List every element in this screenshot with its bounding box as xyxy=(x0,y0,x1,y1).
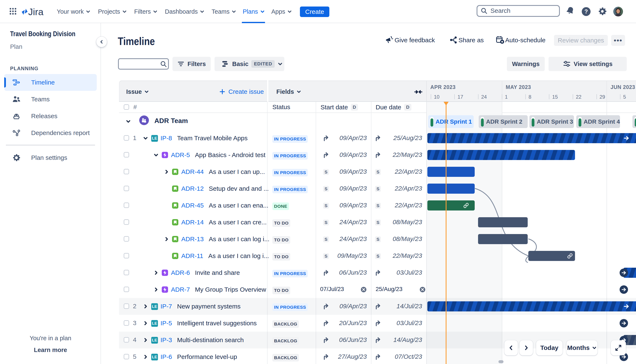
svg-text:Jira: Jira xyxy=(28,6,44,17)
